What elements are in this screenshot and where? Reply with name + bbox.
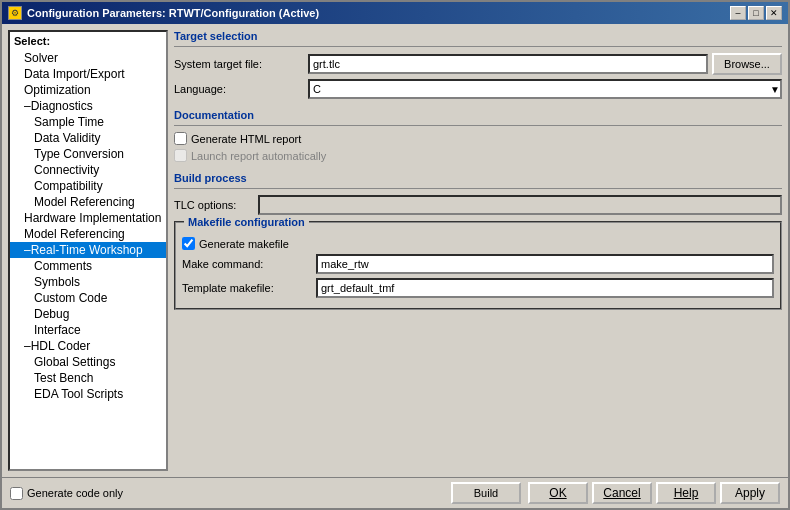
sidebar-item-real-time-workshop[interactable]: – Real-Time Workshop: [10, 242, 166, 258]
sidebar-item-debug[interactable]: Debug: [10, 306, 166, 322]
sidebar-item-solver[interactable]: Solver: [10, 50, 166, 66]
make-command-label: Make command:: [182, 258, 312, 270]
documentation-title: Documentation: [174, 109, 782, 121]
title-bar-left: ⚙ Configuration Parameters: RTWT/Configu…: [8, 6, 319, 20]
makefile-configuration-title: Makefile configuration: [184, 216, 309, 228]
window-icon: ⚙: [8, 6, 22, 20]
browse-button[interactable]: Browse...: [712, 53, 782, 75]
rtw-expand: –: [14, 243, 31, 257]
compatibility-label: Compatibility: [14, 179, 103, 193]
model-referencing-label: Model Referencing: [14, 227, 125, 241]
template-makefile-row: Template makefile:: [182, 278, 774, 298]
documentation-section: Documentation Generate HTML report Launc…: [174, 109, 782, 166]
help-label: Help: [674, 486, 699, 500]
build-process-title: Build process: [174, 172, 782, 184]
sidebar-item-custom-code[interactable]: Custom Code: [10, 290, 166, 306]
generate-makefile-checkbox[interactable]: [182, 237, 195, 250]
sample-time-label: Sample Time: [14, 115, 104, 129]
sidebar-item-model-referencing-diag[interactable]: Model Referencing: [10, 194, 166, 210]
tlc-options-input[interactable]: [258, 195, 782, 215]
hdl-coder-label: HDL Coder: [31, 339, 91, 353]
sidebar-item-type-conversion[interactable]: Type Conversion: [10, 146, 166, 162]
sidebar-item-compatibility[interactable]: Compatibility: [10, 178, 166, 194]
bottom-left: Generate code only Build: [10, 482, 521, 504]
target-selection-divider: [174, 46, 782, 47]
type-conversion-label: Type Conversion: [14, 147, 124, 161]
sidebar-item-hardware-implementation[interactable]: Hardware Implementation: [10, 210, 166, 226]
hardware-implementation-label: Hardware Implementation: [14, 211, 161, 225]
tree-header: Select:: [10, 32, 166, 50]
cancel-label: Cancel: [603, 486, 640, 500]
sidebar-item-comments[interactable]: Comments: [10, 258, 166, 274]
sidebar-item-optimization[interactable]: Optimization: [10, 82, 166, 98]
generate-makefile-label: Generate makefile: [199, 238, 289, 250]
launch-report-label: Launch report automatically: [191, 150, 326, 162]
sidebar-item-global-settings[interactable]: Global Settings: [10, 354, 166, 370]
window-title: Configuration Parameters: RTWT/Configura…: [27, 7, 319, 19]
bottom-right: OK Cancel Help Apply: [528, 482, 780, 504]
target-selection-title: Target selection: [174, 30, 782, 42]
comments-label: Comments: [14, 259, 92, 273]
apply-button[interactable]: Apply: [720, 482, 780, 504]
sidebar-item-eda-tool-scripts[interactable]: EDA Tool Scripts: [10, 386, 166, 402]
generate-html-checkbox[interactable]: [174, 132, 187, 145]
generate-html-row: Generate HTML report: [174, 132, 782, 145]
generate-html-label: Generate HTML report: [191, 133, 301, 145]
main-content: Select: Solver Data Import/Export Optimi…: [2, 24, 788, 477]
template-makefile-input[interactable]: [316, 278, 774, 298]
configuration-parameters-window: ⚙ Configuration Parameters: RTWT/Configu…: [0, 0, 790, 510]
left-panel: Select: Solver Data Import/Export Optimi…: [8, 30, 168, 471]
build-process-section: Build process TLC options: Makefile conf…: [174, 172, 782, 310]
data-validity-label: Data Validity: [14, 131, 100, 145]
hdl-coder-expand: –: [14, 339, 31, 353]
sidebar-item-data-import-export[interactable]: Data Import/Export: [10, 66, 166, 82]
language-label: Language:: [174, 83, 304, 95]
close-button[interactable]: ✕: [766, 6, 782, 20]
title-buttons: – □ ✕: [730, 6, 782, 20]
language-select-wrapper: C C++ ▼: [308, 79, 782, 99]
sidebar-item-sample-time[interactable]: Sample Time: [10, 114, 166, 130]
sidebar-item-connectivity[interactable]: Connectivity: [10, 162, 166, 178]
solver-label: Solver: [14, 51, 58, 65]
system-target-file-input[interactable]: [308, 54, 708, 74]
language-select[interactable]: C C++: [308, 79, 782, 99]
make-command-row: Make command:: [182, 254, 774, 274]
make-command-input[interactable]: [316, 254, 774, 274]
sidebar-item-symbols[interactable]: Symbols: [10, 274, 166, 290]
launch-report-checkbox[interactable]: [174, 149, 187, 162]
minimize-button[interactable]: –: [730, 6, 746, 20]
generate-code-only-label: Generate code only: [27, 487, 123, 499]
connectivity-label: Connectivity: [14, 163, 99, 177]
cancel-button[interactable]: Cancel: [592, 482, 652, 504]
debug-label: Debug: [14, 307, 69, 321]
sidebar-item-hdl-coder[interactable]: – HDL Coder: [10, 338, 166, 354]
system-target-file-label: System target file:: [174, 58, 304, 70]
tlc-options-label: TLC options:: [174, 199, 254, 211]
test-bench-label: Test Bench: [14, 371, 93, 385]
tlc-options-row: TLC options:: [174, 195, 782, 215]
language-row: Language: C C++ ▼: [174, 79, 782, 99]
maximize-button[interactable]: □: [748, 6, 764, 20]
makefile-configuration-subsection: Makefile configuration Generate makefile…: [174, 221, 782, 310]
apply-label: Apply: [735, 486, 765, 500]
global-settings-label: Global Settings: [14, 355, 115, 369]
ok-label: OK: [549, 486, 566, 500]
build-button[interactable]: Build: [451, 482, 521, 504]
sidebar-item-test-bench[interactable]: Test Bench: [10, 370, 166, 386]
sidebar-item-model-referencing[interactable]: Model Referencing: [10, 226, 166, 242]
title-bar: ⚙ Configuration Parameters: RTWT/Configu…: [2, 2, 788, 24]
bottom-bar: Generate code only Build OK Cancel Help …: [2, 477, 788, 508]
ok-button[interactable]: OK: [528, 482, 588, 504]
launch-report-row: Launch report automatically: [174, 149, 782, 162]
sidebar-item-diagnostics[interactable]: – Diagnostics: [10, 98, 166, 114]
sidebar-item-interface[interactable]: Interface: [10, 322, 166, 338]
generate-code-only-checkbox[interactable]: [10, 487, 23, 500]
sidebar-item-data-validity[interactable]: Data Validity: [10, 130, 166, 146]
interface-label: Interface: [14, 323, 81, 337]
target-selection-section: Target selection System target file: Bro…: [174, 30, 782, 103]
custom-code-label: Custom Code: [14, 291, 107, 305]
documentation-divider: [174, 125, 782, 126]
generate-makefile-row: Generate makefile: [182, 237, 774, 250]
rtw-label: Real-Time Workshop: [31, 243, 143, 257]
help-button[interactable]: Help: [656, 482, 716, 504]
